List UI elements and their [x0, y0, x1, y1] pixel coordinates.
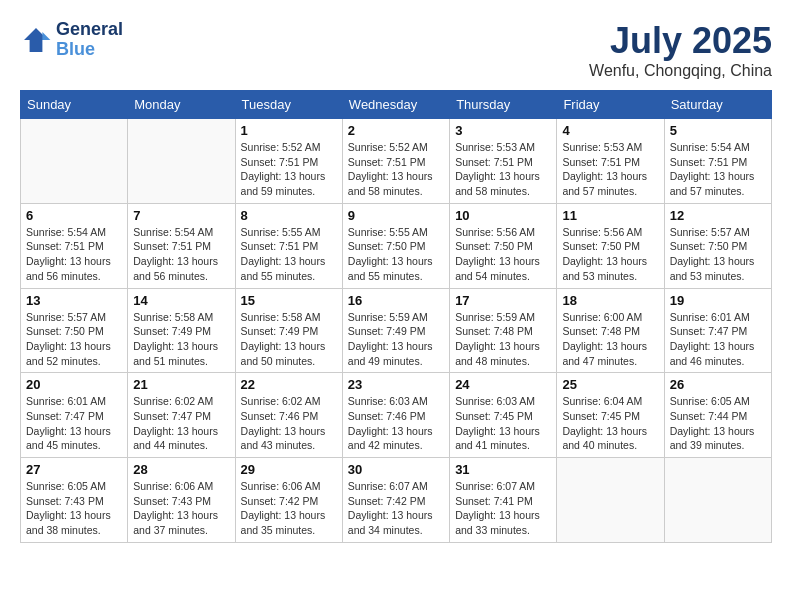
- calendar-week-3: 13Sunrise: 5:57 AM Sunset: 7:50 PM Dayli…: [21, 288, 772, 373]
- day-info: Sunrise: 5:54 AM Sunset: 7:51 PM Dayligh…: [26, 225, 122, 284]
- calendar-cell: 3Sunrise: 5:53 AM Sunset: 7:51 PM Daylig…: [450, 119, 557, 204]
- day-info: Sunrise: 5:55 AM Sunset: 7:50 PM Dayligh…: [348, 225, 444, 284]
- calendar-cell: [664, 458, 771, 543]
- calendar-week-2: 6Sunrise: 5:54 AM Sunset: 7:51 PM Daylig…: [21, 203, 772, 288]
- calendar-cell: 19Sunrise: 6:01 AM Sunset: 7:47 PM Dayli…: [664, 288, 771, 373]
- day-number: 27: [26, 462, 122, 477]
- day-number: 3: [455, 123, 551, 138]
- weekday-header-saturday: Saturday: [664, 91, 771, 119]
- day-info: Sunrise: 6:05 AM Sunset: 7:44 PM Dayligh…: [670, 394, 766, 453]
- day-number: 11: [562, 208, 658, 223]
- calendar-cell: 2Sunrise: 5:52 AM Sunset: 7:51 PM Daylig…: [342, 119, 449, 204]
- weekday-header-thursday: Thursday: [450, 91, 557, 119]
- location: Wenfu, Chongqing, China: [589, 62, 772, 80]
- page-header: General Blue July 2025 Wenfu, Chongqing,…: [20, 20, 772, 80]
- day-info: Sunrise: 5:52 AM Sunset: 7:51 PM Dayligh…: [241, 140, 337, 199]
- day-number: 28: [133, 462, 229, 477]
- calendar-cell: 29Sunrise: 6:06 AM Sunset: 7:42 PM Dayli…: [235, 458, 342, 543]
- logo: General Blue: [20, 20, 123, 60]
- day-number: 25: [562, 377, 658, 392]
- weekday-header-wednesday: Wednesday: [342, 91, 449, 119]
- calendar-cell: 22Sunrise: 6:02 AM Sunset: 7:46 PM Dayli…: [235, 373, 342, 458]
- month-title: July 2025: [589, 20, 772, 62]
- day-number: 12: [670, 208, 766, 223]
- calendar-cell: 13Sunrise: 5:57 AM Sunset: 7:50 PM Dayli…: [21, 288, 128, 373]
- day-info: Sunrise: 6:00 AM Sunset: 7:48 PM Dayligh…: [562, 310, 658, 369]
- day-info: Sunrise: 5:53 AM Sunset: 7:51 PM Dayligh…: [455, 140, 551, 199]
- day-info: Sunrise: 5:58 AM Sunset: 7:49 PM Dayligh…: [133, 310, 229, 369]
- day-info: Sunrise: 5:56 AM Sunset: 7:50 PM Dayligh…: [455, 225, 551, 284]
- calendar-cell: 5Sunrise: 5:54 AM Sunset: 7:51 PM Daylig…: [664, 119, 771, 204]
- day-info: Sunrise: 6:01 AM Sunset: 7:47 PM Dayligh…: [26, 394, 122, 453]
- day-number: 9: [348, 208, 444, 223]
- calendar-cell: 17Sunrise: 5:59 AM Sunset: 7:48 PM Dayli…: [450, 288, 557, 373]
- day-number: 20: [26, 377, 122, 392]
- calendar-cell: 26Sunrise: 6:05 AM Sunset: 7:44 PM Dayli…: [664, 373, 771, 458]
- day-number: 13: [26, 293, 122, 308]
- day-info: Sunrise: 5:53 AM Sunset: 7:51 PM Dayligh…: [562, 140, 658, 199]
- calendar-cell: 4Sunrise: 5:53 AM Sunset: 7:51 PM Daylig…: [557, 119, 664, 204]
- calendar-cell: 28Sunrise: 6:06 AM Sunset: 7:43 PM Dayli…: [128, 458, 235, 543]
- calendar-cell: 16Sunrise: 5:59 AM Sunset: 7:49 PM Dayli…: [342, 288, 449, 373]
- day-info: Sunrise: 6:02 AM Sunset: 7:47 PM Dayligh…: [133, 394, 229, 453]
- day-info: Sunrise: 6:02 AM Sunset: 7:46 PM Dayligh…: [241, 394, 337, 453]
- day-info: Sunrise: 5:55 AM Sunset: 7:51 PM Dayligh…: [241, 225, 337, 284]
- calendar-cell: [128, 119, 235, 204]
- day-number: 6: [26, 208, 122, 223]
- calendar-cell: [557, 458, 664, 543]
- day-info: Sunrise: 5:58 AM Sunset: 7:49 PM Dayligh…: [241, 310, 337, 369]
- calendar-cell: 15Sunrise: 5:58 AM Sunset: 7:49 PM Dayli…: [235, 288, 342, 373]
- calendar-cell: 21Sunrise: 6:02 AM Sunset: 7:47 PM Dayli…: [128, 373, 235, 458]
- calendar-week-4: 20Sunrise: 6:01 AM Sunset: 7:47 PM Dayli…: [21, 373, 772, 458]
- day-info: Sunrise: 5:57 AM Sunset: 7:50 PM Dayligh…: [26, 310, 122, 369]
- day-number: 16: [348, 293, 444, 308]
- day-number: 8: [241, 208, 337, 223]
- day-number: 26: [670, 377, 766, 392]
- calendar-cell: 14Sunrise: 5:58 AM Sunset: 7:49 PM Dayli…: [128, 288, 235, 373]
- day-info: Sunrise: 6:03 AM Sunset: 7:46 PM Dayligh…: [348, 394, 444, 453]
- calendar-cell: 23Sunrise: 6:03 AM Sunset: 7:46 PM Dayli…: [342, 373, 449, 458]
- calendar-cell: 12Sunrise: 5:57 AM Sunset: 7:50 PM Dayli…: [664, 203, 771, 288]
- day-number: 19: [670, 293, 766, 308]
- calendar-cell: 6Sunrise: 5:54 AM Sunset: 7:51 PM Daylig…: [21, 203, 128, 288]
- day-number: 4: [562, 123, 658, 138]
- day-number: 29: [241, 462, 337, 477]
- day-info: Sunrise: 6:05 AM Sunset: 7:43 PM Dayligh…: [26, 479, 122, 538]
- calendar-week-1: 1Sunrise: 5:52 AM Sunset: 7:51 PM Daylig…: [21, 119, 772, 204]
- weekday-header-monday: Monday: [128, 91, 235, 119]
- day-number: 7: [133, 208, 229, 223]
- day-info: Sunrise: 5:52 AM Sunset: 7:51 PM Dayligh…: [348, 140, 444, 199]
- title-block: July 2025 Wenfu, Chongqing, China: [589, 20, 772, 80]
- calendar-cell: 30Sunrise: 6:07 AM Sunset: 7:42 PM Dayli…: [342, 458, 449, 543]
- day-info: Sunrise: 6:06 AM Sunset: 7:43 PM Dayligh…: [133, 479, 229, 538]
- calendar-cell: 31Sunrise: 6:07 AM Sunset: 7:41 PM Dayli…: [450, 458, 557, 543]
- weekday-header-friday: Friday: [557, 91, 664, 119]
- day-number: 2: [348, 123, 444, 138]
- day-info: Sunrise: 5:54 AM Sunset: 7:51 PM Dayligh…: [670, 140, 766, 199]
- day-info: Sunrise: 6:06 AM Sunset: 7:42 PM Dayligh…: [241, 479, 337, 538]
- calendar-cell: 25Sunrise: 6:04 AM Sunset: 7:45 PM Dayli…: [557, 373, 664, 458]
- calendar-cell: 24Sunrise: 6:03 AM Sunset: 7:45 PM Dayli…: [450, 373, 557, 458]
- day-info: Sunrise: 5:59 AM Sunset: 7:48 PM Dayligh…: [455, 310, 551, 369]
- day-info: Sunrise: 5:56 AM Sunset: 7:50 PM Dayligh…: [562, 225, 658, 284]
- svg-marker-1: [42, 32, 50, 40]
- day-info: Sunrise: 6:07 AM Sunset: 7:42 PM Dayligh…: [348, 479, 444, 538]
- day-number: 17: [455, 293, 551, 308]
- calendar-cell: [21, 119, 128, 204]
- calendar-cell: 18Sunrise: 6:00 AM Sunset: 7:48 PM Dayli…: [557, 288, 664, 373]
- calendar-week-5: 27Sunrise: 6:05 AM Sunset: 7:43 PM Dayli…: [21, 458, 772, 543]
- weekday-header-row: SundayMondayTuesdayWednesdayThursdayFrid…: [21, 91, 772, 119]
- calendar-cell: 9Sunrise: 5:55 AM Sunset: 7:50 PM Daylig…: [342, 203, 449, 288]
- day-info: Sunrise: 6:03 AM Sunset: 7:45 PM Dayligh…: [455, 394, 551, 453]
- calendar-cell: 1Sunrise: 5:52 AM Sunset: 7:51 PM Daylig…: [235, 119, 342, 204]
- day-info: Sunrise: 6:04 AM Sunset: 7:45 PM Dayligh…: [562, 394, 658, 453]
- calendar-cell: 27Sunrise: 6:05 AM Sunset: 7:43 PM Dayli…: [21, 458, 128, 543]
- day-number: 15: [241, 293, 337, 308]
- day-number: 5: [670, 123, 766, 138]
- weekday-header-sunday: Sunday: [21, 91, 128, 119]
- day-number: 14: [133, 293, 229, 308]
- logo-icon: [20, 24, 52, 56]
- weekday-header-tuesday: Tuesday: [235, 91, 342, 119]
- calendar-cell: 8Sunrise: 5:55 AM Sunset: 7:51 PM Daylig…: [235, 203, 342, 288]
- logo-text: General Blue: [56, 20, 123, 60]
